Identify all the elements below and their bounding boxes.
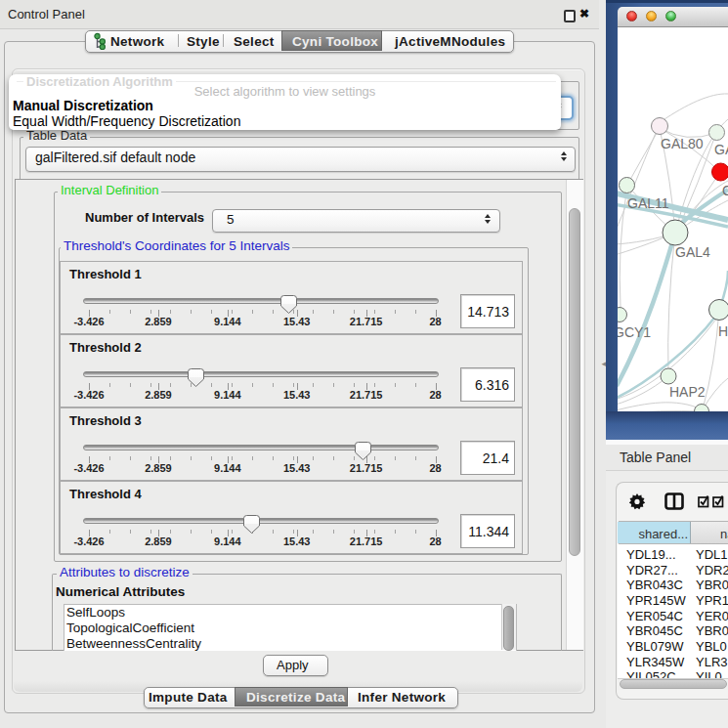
svg-text:GCY1: GCY1 bbox=[618, 324, 651, 340]
svg-text:HAP2: HAP2 bbox=[669, 384, 706, 400]
svg-text:C: C bbox=[722, 183, 728, 198]
svg-text:GAL11: GAL11 bbox=[627, 195, 669, 211]
svg-text:GA: GA bbox=[714, 142, 728, 157]
svg-text:H: H bbox=[718, 323, 728, 339]
svg-text:GAL4: GAL4 bbox=[675, 244, 710, 260]
svg-text:GAL80: GAL80 bbox=[661, 136, 704, 151]
